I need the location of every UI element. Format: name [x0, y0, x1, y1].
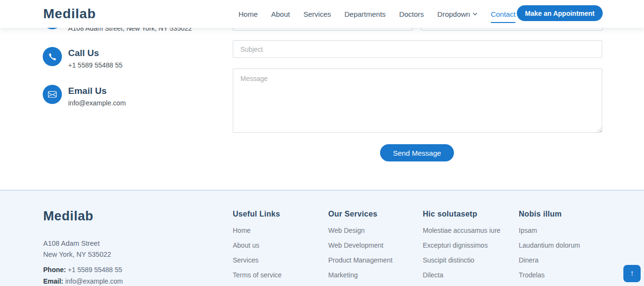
- make-appointment-button[interactable]: Make an Appointment: [517, 5, 603, 21]
- footer-link[interactable]: Web Design: [328, 227, 365, 234]
- footer-phone-label: Phone:: [43, 266, 66, 274]
- footer-link[interactable]: Trodelas: [519, 271, 545, 279]
- footer-email-label: Email:: [43, 277, 63, 285]
- contact-info-call: Call Us +1 5589 55488 55: [43, 47, 122, 69]
- footer-address-line2: New York, NY 535022: [43, 251, 111, 258]
- contact-email-text: info@example.com: [68, 99, 126, 107]
- contact-info-email: Email Us info@example.com: [43, 85, 126, 107]
- footer-link[interactable]: Excepturi dignissimos: [423, 241, 488, 249]
- footer-email-value: info@example.com: [65, 277, 123, 285]
- footer-column-hic-solutasetp: Hic solutasetp Molestiae accusamus iure …: [423, 210, 501, 286]
- footer-link[interactable]: Dilecta: [423, 271, 443, 279]
- envelope-icon: [43, 85, 62, 104]
- footer-link[interactable]: About us: [233, 241, 259, 249]
- footer-link[interactable]: Ipsam: [519, 227, 537, 234]
- footer-link[interactable]: Services: [233, 256, 259, 264]
- main-nav: Home About Services Departments Doctors …: [239, 0, 515, 28]
- send-message-button[interactable]: Send Message: [380, 144, 454, 161]
- footer-link[interactable]: Home: [233, 227, 250, 234]
- scroll-to-top-button[interactable]: ↑: [623, 265, 641, 282]
- footer: Medilab A108 Adam Street New York, NY 53…: [0, 190, 644, 286]
- nav-item-about[interactable]: About: [271, 10, 290, 18]
- arrow-up-icon: ↑: [630, 269, 634, 278]
- footer-phone-row: Phone: +1 5589 55488 55: [43, 266, 122, 274]
- footer-email-row: Email: info@example.com: [43, 277, 123, 285]
- footer-link[interactable]: Marketing: [328, 271, 358, 279]
- footer-brand: Medilab: [43, 209, 94, 224]
- dropdown-label: Dropdown: [437, 10, 470, 18]
- phone-icon: [43, 47, 62, 66]
- nav-item-contact[interactable]: Contact: [491, 10, 516, 18]
- logo[interactable]: Medilab: [43, 6, 96, 22]
- nav-item-doctors[interactable]: Doctors: [399, 10, 424, 18]
- footer-column-heading: Our Services: [328, 210, 393, 218]
- footer-column-our-services: Our Services Web Design Web Development …: [328, 210, 393, 286]
- footer-column-heading: Useful Links: [233, 210, 282, 218]
- nav-item-departments[interactable]: Departments: [345, 10, 386, 18]
- footer-link[interactable]: Product Management: [328, 256, 393, 264]
- contact-call-title: Call Us: [68, 48, 122, 58]
- footer-link[interactable]: Dinera: [519, 256, 538, 264]
- message-textarea[interactable]: [233, 69, 602, 133]
- subject-input[interactable]: [233, 40, 602, 58]
- footer-address: A108 Adam Street New York, NY 535022: [43, 238, 111, 260]
- footer-address-line1: A108 Adam Street: [43, 240, 100, 247]
- nav-item-services[interactable]: Services: [303, 10, 331, 18]
- footer-column-nobis-illum: Nobis illum Ipsam Laudantium dolorum Din…: [519, 210, 580, 286]
- footer-link[interactable]: Molestiae accusamus iure: [423, 227, 501, 234]
- nav-item-home[interactable]: Home: [239, 10, 258, 18]
- nav-item-dropdown[interactable]: Dropdown: [437, 10, 477, 18]
- page: Our Address A108 Adam Street, New York, …: [0, 0, 644, 286]
- footer-link[interactable]: Terms of service: [233, 271, 282, 279]
- footer-column-useful-links: Useful Links Home About us Services Term…: [233, 210, 282, 286]
- footer-column-heading: Hic solutasetp: [423, 210, 501, 218]
- chevron-down-icon: [473, 12, 477, 16]
- top-navbar: Medilab Home About Services Departments …: [0, 0, 644, 28]
- contact-email-title: Email Us: [68, 86, 126, 96]
- contact-call-text: +1 5589 55488 55: [68, 61, 122, 69]
- footer-column-heading: Nobis illum: [519, 210, 580, 218]
- footer-phone-value: +1 5589 55488 55: [68, 266, 122, 274]
- footer-link[interactable]: Web Development: [328, 241, 383, 249]
- footer-link[interactable]: Suscipit distinctio: [423, 256, 474, 264]
- footer-link[interactable]: Laudantium dolorum: [519, 241, 580, 249]
